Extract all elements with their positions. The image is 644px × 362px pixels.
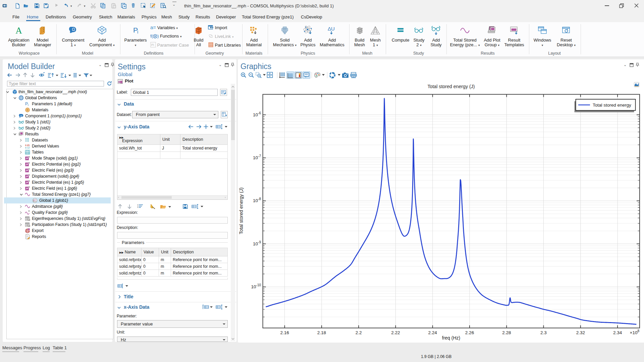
svg-text:freq (Hz): freq (Hz)	[442, 335, 460, 341]
svg-text:ΔU: ΔU	[328, 26, 335, 32]
svg-text:e-12: e-12	[25, 146, 30, 149]
svg-text:P: P	[25, 102, 28, 106]
svg-text:123: 123	[28, 225, 30, 227]
svg-text:×108: ×108	[630, 329, 640, 335]
svg-text:2.28: 2.28	[502, 330, 511, 335]
svg-text:2.18: 2.18	[317, 330, 326, 335]
svg-text:Total stored energy (J): Total stored energy (J)	[427, 84, 475, 89]
svg-text:i: i	[28, 103, 29, 107]
svg-text:Total stored energy (J): Total stored energy (J)	[238, 187, 244, 234]
svg-text:2.34: 2.34	[613, 330, 622, 335]
svg-text:10-8: 10-8	[253, 197, 261, 203]
svg-text:i: i	[137, 29, 138, 35]
svg-text:2.32: 2.32	[576, 330, 585, 335]
svg-text:10-6: 10-6	[253, 111, 261, 117]
svg-text:Ω: Ω	[20, 115, 22, 118]
svg-text:2.2: 2.2	[356, 330, 362, 335]
svg-text:Ω: Ω	[72, 27, 75, 32]
svg-text:Pi: Pi	[151, 43, 154, 47]
svg-text:2.26: 2.26	[465, 330, 474, 335]
svg-text:Total stored energy: Total stored energy	[593, 103, 631, 108]
svg-text:10-10: 10-10	[251, 283, 261, 289]
svg-text:A: A	[15, 25, 22, 36]
svg-text:2.16: 2.16	[280, 330, 289, 335]
svg-text:10-9: 10-9	[253, 240, 261, 246]
svg-text:2.3: 2.3	[540, 330, 547, 335]
svg-text:8.85: 8.85	[25, 144, 30, 146]
svg-text:10-7: 10-7	[253, 154, 261, 160]
svg-text:2.22: 2.22	[391, 330, 400, 335]
svg-text:2.24: 2.24	[428, 330, 437, 335]
svg-text:123: 123	[28, 219, 30, 221]
